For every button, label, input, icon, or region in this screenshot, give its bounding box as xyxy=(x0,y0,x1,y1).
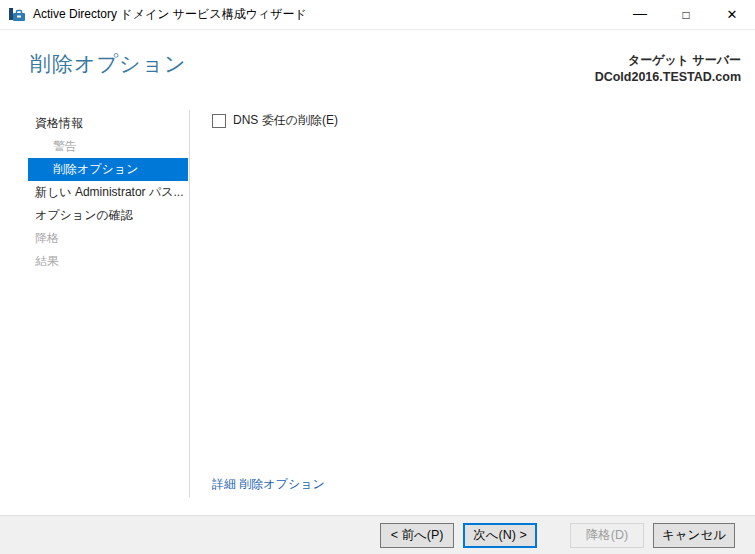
minimize-icon[interactable]: — xyxy=(617,0,663,29)
demote-button: 降格(D) xyxy=(570,523,644,548)
target-server-name: DCold2016.TESTAD.com xyxy=(595,69,741,86)
sidebar-item-credentials[interactable]: 資格情報 xyxy=(28,112,188,135)
previous-button[interactable]: < 前へ(P) xyxy=(380,523,454,548)
wizard-window: Active Directory ドメイン サービス構成ウィザード — □ ✕ … xyxy=(0,0,755,554)
cancel-button[interactable]: キャンセル xyxy=(653,523,735,548)
sidebar-item-demotion: 降格 xyxy=(28,227,188,250)
wizard-content: DNS 委任の削除(E) 詳細 削除オプション xyxy=(190,105,755,515)
sidebar-item-removal-options[interactable]: 削除オプション xyxy=(28,158,188,181)
dns-delegation-checkbox-label[interactable]: DNS 委任の削除(E) xyxy=(233,112,338,129)
wizard-footer: < 前へ(P) 次へ(N) > 降格(D) キャンセル xyxy=(0,515,755,554)
maximize-icon[interactable]: □ xyxy=(663,0,709,29)
wizard-header: 削除オプション ターゲット サーバー DCold2016.TESTAD.com xyxy=(0,30,755,105)
dns-delegation-row[interactable]: DNS 委任の削除(E) xyxy=(190,105,755,129)
next-button[interactable]: 次へ(N) > xyxy=(463,523,537,548)
window-title: Active Directory ドメイン サービス構成ウィザード xyxy=(33,6,307,23)
sidebar-item-warnings: 警告 xyxy=(28,135,188,158)
sidebar-separator: 資格情報 警告 削除オプション 新しい Administrator パス... … xyxy=(0,110,190,497)
wizard-app-icon xyxy=(9,7,25,23)
target-server-label: ターゲット サーバー xyxy=(595,52,741,69)
sidebar-item-new-admin-password[interactable]: 新しい Administrator パス... xyxy=(28,181,188,204)
wizard-body: 資格情報 警告 削除オプション 新しい Administrator パス... … xyxy=(0,105,755,515)
page-title: 削除オプション xyxy=(30,50,186,105)
wizard-steps-sidebar: 資格情報 警告 削除オプション 新しい Administrator パス... … xyxy=(0,105,190,515)
advanced-removal-options-link[interactable]: 詳細 削除オプション xyxy=(212,476,755,493)
titlebar: Active Directory ドメイン サービス構成ウィザード — □ ✕ xyxy=(0,0,755,30)
dns-delegation-checkbox[interactable] xyxy=(212,114,226,128)
sidebar-item-review-options[interactable]: オプションの確認 xyxy=(28,204,188,227)
sidebar-item-results: 結果 xyxy=(28,250,188,273)
close-icon[interactable]: ✕ xyxy=(709,0,755,29)
target-server-block: ターゲット サーバー DCold2016.TESTAD.com xyxy=(595,50,741,105)
